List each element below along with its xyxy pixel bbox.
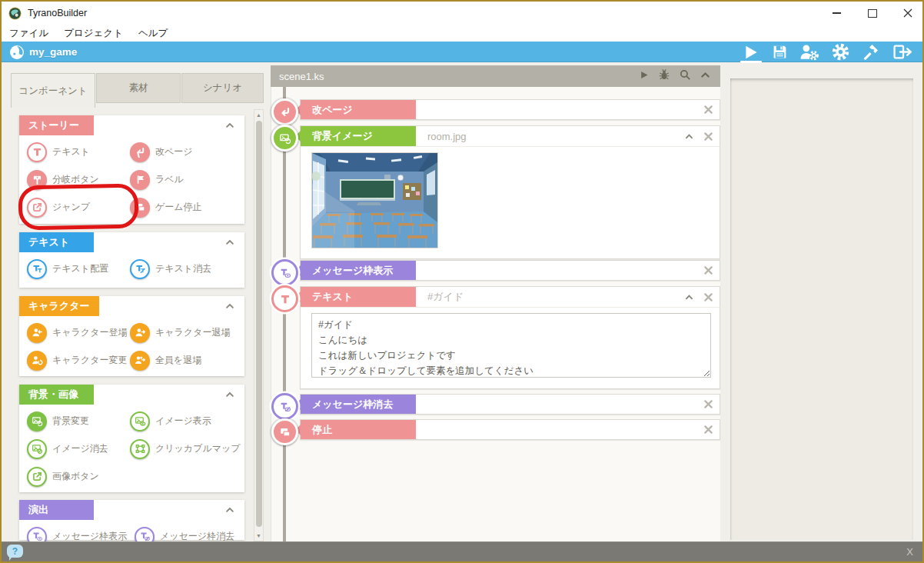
monitor-icon (130, 198, 150, 218)
collapse-row-icon[interactable] (684, 292, 694, 302)
play-button[interactable] (742, 44, 760, 61)
help-bubble-icon[interactable]: ? (7, 545, 23, 558)
character-settings-button[interactable] (799, 43, 819, 61)
timeline-row-background-image[interactable]: 背景イメージ room.jpg (300, 125, 720, 146)
delete-row-icon[interactable] (704, 132, 713, 141)
component-text-erase[interactable]: テキスト消去 (130, 258, 244, 280)
row-label: テキスト (301, 287, 416, 307)
preview-empty-panel (730, 78, 913, 540)
timeline-row-stop[interactable]: 停止 (300, 419, 720, 440)
delete-row-icon[interactable] (704, 400, 713, 408)
tab-materials[interactable]: 素材 (96, 73, 181, 103)
scroll-up-icon[interactable]: ▲ (254, 112, 263, 118)
collapse-icon[interactable] (224, 389, 235, 400)
collapse-icon[interactable] (224, 505, 235, 515)
clickable-map-icon (130, 439, 150, 459)
timeline-row-text[interactable]: テキスト #ガイド (300, 286, 720, 307)
image-erase-icon (27, 439, 47, 459)
section-character: キャラクター キャラクター登場 キャラクター退場 キャラクター変更 全員を退場 (19, 296, 244, 376)
person-enter-icon (27, 323, 47, 343)
tab-scenario[interactable]: シナリオ (181, 73, 264, 103)
text-icon (27, 142, 47, 162)
component-character-change[interactable]: キャラクター変更 (27, 349, 130, 371)
delete-row-icon[interactable] (704, 425, 713, 434)
component-image-erase[interactable]: イメージ消去 (27, 438, 130, 460)
row-label: メッセージ枠消去 (301, 395, 416, 414)
component-clickable-map[interactable]: クリッカブルマップ (130, 438, 244, 460)
collapse-row-icon[interactable] (684, 132, 694, 142)
menu-help[interactable]: ヘルプ (138, 27, 168, 40)
component-character-enter[interactable]: キャラクター登場 (27, 321, 130, 344)
build-hammer-button[interactable] (862, 43, 881, 62)
section-background-image: 背景・画像 背景変更 イメージ表示 イメージ消去 クリッカブルマップ (19, 385, 244, 492)
save-button[interactable] (772, 44, 788, 60)
project-name: my_game (29, 46, 77, 58)
section-text-title: テキスト (19, 232, 94, 252)
scene-collapse-icon[interactable] (700, 69, 711, 84)
row-value: room.jpg (427, 131, 467, 142)
component-pagebreak[interactable]: 改ページ (130, 141, 244, 163)
component-character-exit[interactable]: キャラクター退場 (130, 321, 244, 344)
component-image-button[interactable]: 画像ボタン (27, 465, 130, 488)
row-value: #ガイド (427, 290, 464, 304)
sidebar-scrollbar[interactable]: ▲ ▼ (254, 109, 264, 541)
collapse-icon[interactable] (224, 120, 235, 131)
component-exit-all[interactable]: 全員を退場 (130, 349, 244, 371)
component-image-show[interactable]: イメージ表示 (130, 410, 244, 432)
timeline-message-frame-erase-icon[interactable] (271, 393, 298, 420)
timeline-pagebreak-icon[interactable] (271, 98, 298, 125)
tab-components[interactable]: コンポーネント (11, 73, 95, 108)
console-close-button[interactable]: X (906, 546, 913, 558)
maximize-button[interactable] (855, 2, 890, 25)
close-button[interactable] (890, 2, 924, 25)
scene-debug-icon[interactable] (658, 68, 670, 84)
app-window: TyranoBuilder ファイル プロジェクト ヘルプ my_game (0, 0, 924, 563)
settings-gear-button[interactable] (831, 42, 850, 62)
timeline-row-message-frame-erase[interactable]: メッセージ枠消去 (300, 394, 720, 415)
row-label: 停止 (301, 420, 416, 439)
delete-row-icon[interactable] (704, 105, 713, 114)
collapse-icon[interactable] (224, 237, 235, 248)
background-change-icon (27, 411, 47, 431)
project-globe-icon (9, 45, 25, 60)
section-story-title: ストーリー (19, 115, 94, 135)
component-background-change[interactable]: 背景変更 (27, 410, 130, 432)
timeline-row-pagebreak[interactable]: 改ページ (300, 99, 720, 120)
row-label: 背景イメージ (301, 126, 416, 146)
app-logo-icon (8, 7, 22, 20)
component-jump[interactable]: ジャンプ (27, 196, 130, 218)
menu-file[interactable]: ファイル (9, 27, 48, 40)
section-story: ストーリー テキスト 改ページ 分岐ボタン ラベル ジャンプ (19, 115, 244, 224)
scene-search-icon[interactable] (679, 68, 691, 84)
component-branch-button[interactable]: 分岐ボタン (27, 168, 130, 191)
collapse-icon[interactable] (224, 301, 235, 311)
scene-play-icon[interactable] (638, 69, 650, 84)
background-image-thumbnail[interactable] (311, 152, 438, 248)
menu-bar: ファイル プロジェクト ヘルプ (2, 25, 922, 42)
scene-header: scene1.ks (271, 65, 720, 87)
export-button[interactable] (892, 43, 913, 61)
component-game-stop[interactable]: ゲーム停止 (130, 196, 244, 218)
timeline-text-icon[interactable] (271, 285, 298, 312)
component-label[interactable]: ラベル (130, 168, 244, 191)
text-content-box: #ガイド こんにちは これは新しいプロジェクトです ドラッグ＆ドロップして要素を… (300, 307, 720, 389)
scroll-down-icon[interactable]: ▼ (254, 533, 263, 538)
flag-icon (130, 170, 150, 190)
delete-row-icon[interactable] (704, 293, 713, 301)
branch-icon (27, 170, 47, 190)
text-content-input[interactable]: #ガイド こんにちは これは新しいプロジェクトです ドラッグ＆ドロップして要素を… (311, 313, 711, 378)
timeline-message-frame-show-icon[interactable] (271, 259, 298, 286)
scrollbar-thumb[interactable] (256, 121, 262, 527)
title-bar: TyranoBuilder (2, 2, 922, 25)
person-exit-icon (130, 323, 150, 343)
delete-row-icon[interactable] (704, 266, 713, 275)
menu-project[interactable]: プロジェクト (64, 27, 123, 40)
component-text-place[interactable]: テキスト配置 (27, 258, 130, 280)
component-text[interactable]: テキスト (27, 141, 130, 163)
jump-icon (27, 198, 47, 218)
status-bar: ? X (2, 541, 922, 561)
timeline-background-image-icon[interactable] (271, 125, 298, 152)
timeline-stop-icon[interactable] (271, 418, 298, 445)
timeline-row-message-frame-show[interactable]: メッセージ枠表示 (300, 260, 720, 281)
minimize-button[interactable] (819, 2, 854, 25)
